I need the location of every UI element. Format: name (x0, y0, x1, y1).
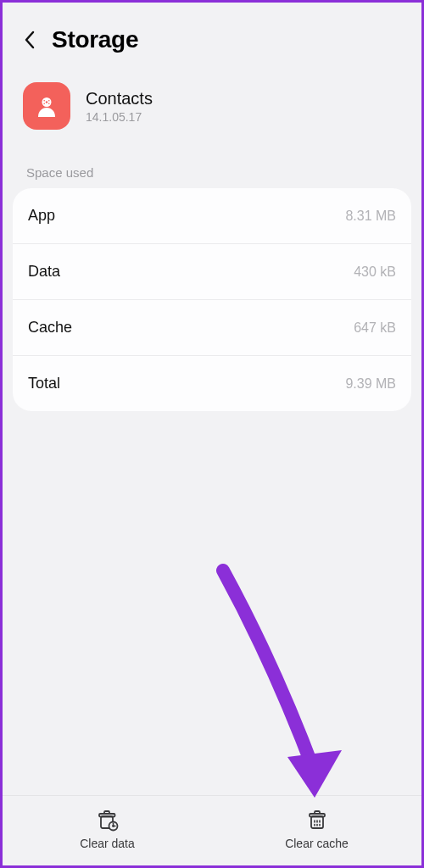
clear-data-button[interactable]: Clear data (3, 796, 212, 865)
svg-point-4 (43, 103, 45, 104)
row-label: Data (28, 263, 60, 281)
row-value: 430 kB (354, 264, 396, 280)
app-info-row: Contacts 14.1.05.17 (3, 70, 421, 150)
contacts-app-icon (23, 82, 70, 130)
bottom-action-bar: Clear data Clear cache (3, 795, 421, 865)
svg-rect-11 (310, 814, 325, 817)
row-total: Total 9.39 MB (13, 355, 411, 411)
row-data: Data 430 kB (13, 243, 411, 299)
row-value: 8.31 MB (345, 209, 396, 224)
clear-cache-button[interactable]: Clear cache (212, 796, 421, 865)
svg-point-5 (48, 103, 50, 104)
row-label: Cache (28, 319, 72, 337)
svg-rect-7 (99, 814, 115, 817)
svg-point-2 (43, 100, 45, 102)
row-cache: Cache 647 kB (13, 299, 411, 355)
space-used-card: App 8.31 MB Data 430 kB Cache 647 kB Tot… (13, 188, 411, 411)
svg-point-1 (46, 101, 47, 103)
clear-cache-label: Clear cache (285, 837, 349, 850)
row-value: 9.39 MB (345, 376, 396, 392)
back-button[interactable] (23, 30, 36, 50)
row-label: Total (28, 375, 60, 392)
trash-cache-icon (306, 810, 328, 832)
section-label-space-used: Space used (3, 150, 421, 188)
row-app: App 8.31 MB (13, 188, 411, 243)
row-label: App (28, 207, 55, 225)
svg-point-3 (48, 100, 50, 102)
app-name: Contacts (86, 89, 153, 108)
page-title: Storage (52, 26, 138, 53)
row-value: 647 kB (354, 320, 396, 336)
clear-data-label: Clear data (80, 837, 135, 850)
chevron-left-icon (24, 31, 36, 49)
trash-data-icon (96, 810, 120, 832)
app-version: 14.1.05.17 (86, 110, 153, 124)
